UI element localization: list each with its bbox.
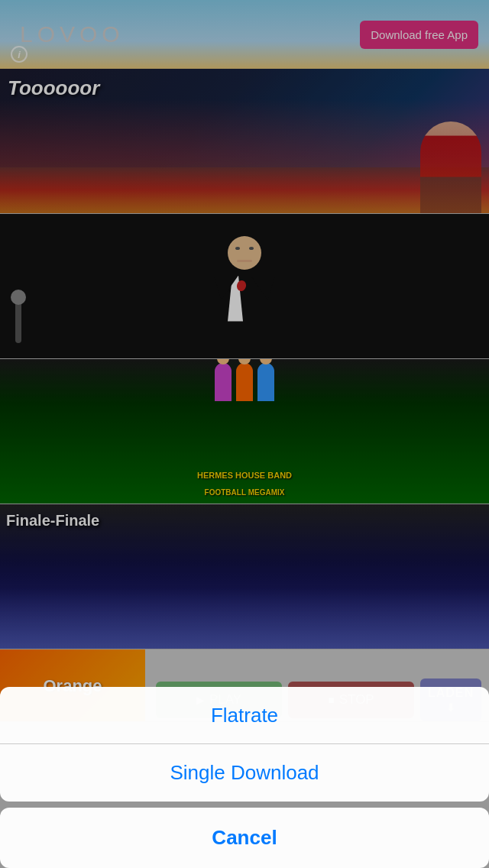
- flatrate-option[interactable]: Flatrate: [0, 687, 489, 744]
- single-download-option[interactable]: Single Download: [0, 744, 489, 802]
- cancel-button[interactable]: Cancel: [0, 808, 489, 868]
- action-sheet-options: Flatrate Single Download: [0, 687, 489, 802]
- action-sheet: Flatrate Single Download Cancel: [0, 687, 489, 868]
